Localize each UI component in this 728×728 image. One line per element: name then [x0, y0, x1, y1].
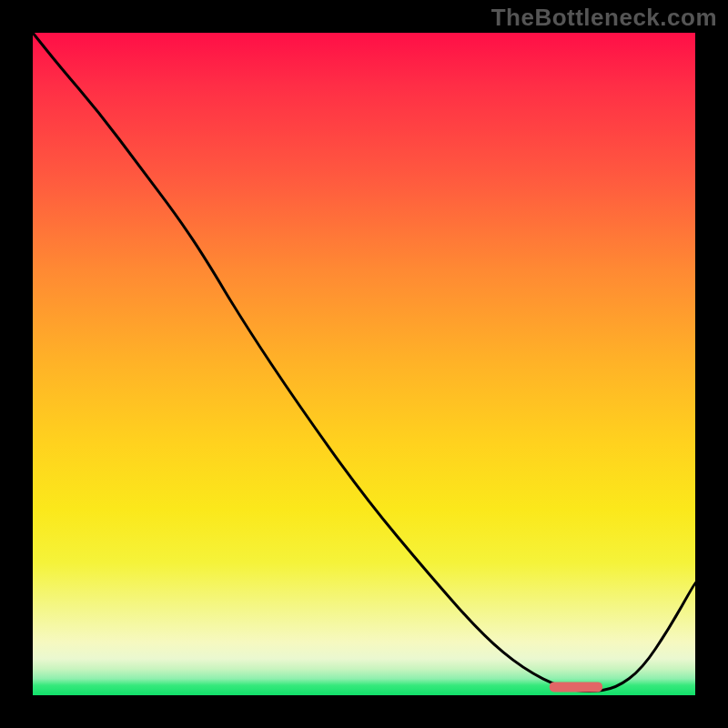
optimal-marker: [550, 682, 602, 692]
curve-layer: [33, 33, 695, 695]
watermark-label: TheBottleneck.com: [491, 4, 717, 32]
chart-frame: TheBottleneck.com: [0, 0, 728, 728]
bottleneck-curve: [33, 33, 695, 691]
